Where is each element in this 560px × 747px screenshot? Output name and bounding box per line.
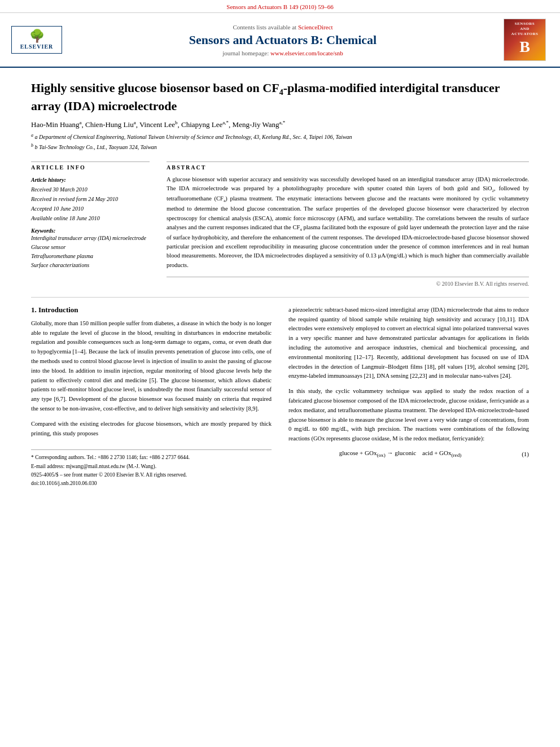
section1-heading: 1. Introduction	[31, 305, 272, 314]
affiliation-b: b b Tai-Saw Technology Co., Ltd., Taoyua…	[31, 142, 529, 151]
journal-logo-right: SENSORSANDACTUATORS B	[504, 19, 549, 61]
received-date: Received 30 March 2010	[31, 185, 150, 194]
article-info-label: ARTICLE INFO	[31, 161, 150, 171]
footnote-email: E-mail address: mjwang@mail.ntust.edu.tw…	[31, 462, 272, 471]
body-text-right-2: In this study, the cyclic voltammetry te…	[288, 387, 529, 444]
journal-header: 🌳 ELSEVIER Contents lists available at S…	[0, 13, 560, 68]
divider	[31, 297, 529, 298]
logo-text-sensors: SENSORSANDACTUATORS	[511, 21, 539, 37]
body-text-left-1: Globally, more than 150 million people s…	[31, 319, 272, 414]
equation-1-text: glucose + GOx(ox) → gluconic acid + GOx(…	[288, 449, 512, 458]
body-text-left-2: Compared with the existing electrodes fo…	[31, 420, 272, 439]
journal-title: Sensors and Actuators B: Chemical	[73, 33, 492, 47]
body-text-right-1: a piezoelectric subtract-based micro-siz…	[288, 305, 529, 381]
waves-text: waves	[514, 325, 529, 331]
keyword-list: Interdigital transducer array (IDA) micr…	[31, 234, 150, 270]
article-title: Highly sensitive glucose biosensor based…	[31, 80, 529, 114]
sciencedirect-line: Contents lists available at ScienceDirec…	[73, 24, 492, 30]
online-date: Available online 18 June 2010	[31, 213, 150, 223]
affiliation-a: a a Department of Chemical Engineering, …	[31, 132, 529, 141]
body-right-col: a piezoelectric subtract-based micro-siz…	[288, 305, 529, 488]
footnote-area: * Corresponding authors. Tel.: +886 2 27…	[31, 449, 272, 488]
elsevier-logo: 🌳 ELSEVIER	[11, 26, 62, 54]
homepage-label: journal homepage:	[222, 50, 269, 56]
journal-homepage: journal homepage: www.elsevier.com/locat…	[73, 50, 492, 56]
footnote-doi: doi:10.1016/j.snb.2010.06.030	[31, 479, 272, 488]
keyword-1: Interdigital transducer array (IDA) micr…	[31, 234, 150, 243]
keyword-2: Glucose sensor	[31, 243, 150, 252]
abstract-text: A glucose biosensor with superior accura…	[167, 175, 529, 270]
logo-b: B	[519, 39, 530, 55]
page: Sensors and Actuators B 149 (2010) 59–66…	[0, 0, 560, 747]
article-info-column: ARTICLE INFO Article history: Received 3…	[31, 161, 150, 287]
journal-center: Contents lists available at ScienceDirec…	[73, 24, 492, 56]
sciencedirect-link[interactable]: ScienceDirect	[298, 24, 333, 30]
journal-logo-box: SENSORSANDACTUATORS B	[504, 19, 546, 61]
article-content: Highly sensitive glucose biosensor based…	[0, 80, 560, 505]
sciencedirect-label: Contents lists available at	[233, 24, 296, 30]
article-history: Article history: Received 30 March 2010 …	[31, 175, 150, 223]
equation-1-line: glucose + GOx(ox) → gluconic acid + GOx(…	[288, 449, 529, 458]
keyword-3: Tetrafluoromethane plasma	[31, 252, 150, 261]
copyright-line: © 2010 Elsevier B.V. All rights reserved…	[167, 277, 529, 287]
homepage-link[interactable]: www.elsevier.com/locate/snb	[270, 50, 343, 56]
accepted-date: Accepted 10 June 2010	[31, 204, 150, 213]
body-columns: 1. Introduction Globally, more than 150 …	[31, 305, 529, 488]
abstract-label: ABSTRACT	[167, 161, 529, 171]
abstract-column: ABSTRACT A glucose biosensor with superi…	[167, 161, 529, 287]
history-label: Article history:	[31, 175, 150, 185]
keywords-section: Keywords: Interdigital transducer array …	[31, 228, 150, 270]
info-abstract-columns: ARTICLE INFO Article history: Received 3…	[31, 161, 529, 287]
elsevier-tree-icon: 🌳	[14, 30, 59, 42]
keyword-4: Surface characterizations	[31, 261, 150, 270]
elsevier-label: ELSEVIER	[14, 43, 59, 50]
revised-date: Received in revised form 24 May 2010	[31, 194, 150, 204]
authors: Hao-Min Huanga, Chien-Hung Liua, Vincent…	[31, 120, 529, 129]
footnote-corresponding: * Corresponding authors. Tel.: +886 2 27…	[31, 453, 272, 462]
footnote-issn: 0925-4005/$ – see front matter © 2010 El…	[31, 471, 272, 479]
body-left-col: 1. Introduction Globally, more than 150 …	[31, 305, 272, 488]
volume-text: Sensors and Actuators B 149 (2010) 59–66	[226, 3, 333, 10]
volume-info: Sensors and Actuators B 149 (2010) 59–66	[0, 0, 560, 13]
equation-1-num: (1)	[512, 451, 529, 457]
keywords-label: Keywords:	[31, 228, 150, 234]
